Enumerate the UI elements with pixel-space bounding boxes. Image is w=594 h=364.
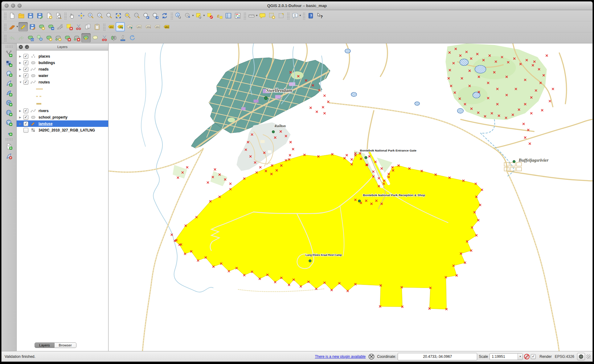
layer-row-school_property[interactable]: ▶✓school_property <box>17 114 108 120</box>
help-contents-button[interactable]: ? <box>306 11 315 20</box>
text-annotation-button[interactable]: T <box>290 11 300 20</box>
add-vector-layer-button[interactable] <box>4 49 14 58</box>
layer-row-roads[interactable]: ▶✓roads <box>17 66 108 72</box>
map-canvas[interactable]: SwellendamRailtonBontebok National Park … <box>109 43 592 351</box>
layer-visibility-checkbox[interactable]: ✓ <box>23 121 28 126</box>
map-tips-button[interactable] <box>258 11 267 20</box>
new-bookmark-button[interactable] <box>267 11 277 20</box>
cut-features-button[interactable] <box>74 22 83 31</box>
apply-labels-button[interactable]: abc <box>162 22 171 31</box>
add-ring-button[interactable] <box>44 33 54 42</box>
rotate-point-symbols-button[interactable] <box>128 33 137 42</box>
add-wcs-layer-button[interactable] <box>4 108 14 117</box>
select-by-expression-button[interactable]: ε <box>215 11 224 20</box>
resize-grip[interactable] <box>586 354 591 359</box>
add-mssql-layer-button[interactable] <box>4 88 14 98</box>
move-feature-button[interactable] <box>46 22 55 31</box>
add-feature-button[interactable] <box>37 22 46 31</box>
fill-ring-button[interactable] <box>81 33 91 42</box>
simplify-feature-button[interactable] <box>35 33 44 42</box>
labeling-button[interactable]: abc <box>106 22 116 31</box>
zoom-in-button[interactable] <box>86 11 95 20</box>
node-tool-button[interactable] <box>55 22 65 31</box>
new-print-composer-button[interactable] <box>44 11 54 20</box>
add-raster-layer-button[interactable] <box>4 59 14 68</box>
layer-visibility-checkbox[interactable]: ✓ <box>23 54 28 59</box>
layer-row-routes[interactable]: ▼✓routes <box>17 79 108 85</box>
reshape-features-button[interactable] <box>91 33 100 42</box>
zoom-last-button[interactable] <box>141 11 151 20</box>
delete-selected-button[interactable] <box>65 22 74 31</box>
delete-part-button[interactable] <box>72 33 81 42</box>
coordinate-input[interactable] <box>398 353 477 360</box>
layer-visibility-checkbox[interactable]: ✓ <box>23 108 28 113</box>
layer-expand-icon[interactable]: ▶ <box>19 109 23 112</box>
layer-visibility-checkbox[interactable]: ✓ <box>23 73 28 78</box>
zoom-out-button[interactable] <box>95 11 104 20</box>
layer-expand-icon[interactable]: ▶ <box>19 116 23 119</box>
open-attribute-table-button[interactable] <box>224 11 233 20</box>
layer-visibility-checkbox[interactable]: ✓ <box>23 67 28 72</box>
deactivate-labels-button[interactable]: abc <box>153 22 162 31</box>
panel-tab-layers[interactable]: Layers <box>35 342 55 348</box>
split-features-button[interactable] <box>100 33 109 42</box>
save-layer-edits-button[interactable] <box>28 22 37 31</box>
rotate-feature-button[interactable] <box>26 33 35 42</box>
layer-row-places[interactable]: ▶✓places <box>17 53 108 59</box>
rotate-label-button[interactable]: ab <box>125 22 134 31</box>
zoom-full-button[interactable] <box>114 11 123 20</box>
layer-expand-icon[interactable]: ▶ <box>19 61 23 64</box>
pan-map-button[interactable] <box>68 11 77 20</box>
add-wms-layer-button[interactable]: iT <box>4 98 14 107</box>
add-spatialite-layer-button[interactable] <box>4 79 14 88</box>
layer-expand-icon[interactable]: ▶ <box>19 74 23 77</box>
layer-row-buildings[interactable]: ▶✓buildings <box>17 59 108 66</box>
map-svg[interactable]: SwellendamRailtonBontebok National Park … <box>109 43 592 351</box>
layer-row-rivers[interactable]: ▶✓rivers <box>17 107 108 114</box>
zoom-native-button[interactable]: 1:1 <box>104 11 114 20</box>
layer-visibility-checkbox[interactable]: ✓ <box>23 80 28 85</box>
save-project-button[interactable] <box>26 11 35 20</box>
new-shapefile-layer-button[interactable] <box>4 142 14 151</box>
add-postgis-layer-button[interactable] <box>4 69 14 78</box>
layer-expand-icon[interactable]: ▼ <box>19 81 23 84</box>
layer-symbol-item[interactable] <box>17 85 108 93</box>
pan-to-selection-button[interactable] <box>77 11 86 20</box>
change-label-button[interactable]: abc <box>134 22 143 31</box>
current-edits-button[interactable] <box>7 22 17 31</box>
add-wfs-layer-button[interactable] <box>4 118 14 127</box>
layer-visibility-checkbox[interactable]: ✓ <box>23 115 28 120</box>
layer-symbol-item[interactable] <box>17 100 108 107</box>
whats-this-button[interactable]: ? <box>315 11 325 20</box>
composer-manager-button[interactable] <box>54 11 63 20</box>
copy-features-button[interactable] <box>83 22 92 31</box>
run-feature-action-button[interactable] <box>183 11 192 20</box>
render-checkbox[interactable]: ✓ <box>531 354 536 359</box>
add-delimited-text-layer-button[interactable]: , <box>4 128 14 137</box>
deselect-features-button[interactable] <box>205 11 215 20</box>
scale-dropdown-icon[interactable]: ▼ <box>518 354 522 360</box>
open-project-button[interactable] <box>17 11 26 20</box>
layer-symbol-item[interactable] <box>17 93 108 100</box>
identify-features-button[interactable]: i <box>174 11 183 20</box>
zoom-next-button[interactable] <box>151 11 160 20</box>
layer-row-landuse[interactable]: ▶✓landuse <box>17 120 108 127</box>
add-part-button[interactable] <box>54 33 63 42</box>
stop-render-icon[interactable] <box>524 354 530 360</box>
show-bookmarks-button[interactable] <box>277 11 286 20</box>
layer-row-3420C_2010_327_RGB_LATLNG[interactable]: 3420C_2010_327_RGB_LATLNG <box>17 127 108 133</box>
paste-features-button[interactable] <box>92 22 102 31</box>
scale-combo[interactable]: 1:19951 ▼ <box>490 353 523 360</box>
layer-expand-icon[interactable]: ▶ <box>19 55 23 58</box>
toggle-editing-button[interactable] <box>18 22 28 31</box>
refresh-map-button[interactable] <box>160 11 169 20</box>
zoom-to-layer-button[interactable] <box>132 11 141 20</box>
new-project-button[interactable] <box>7 11 17 20</box>
field-calculator-button[interactable] <box>233 11 242 20</box>
layer-visibility-checkbox[interactable]: ✓ <box>23 60 28 65</box>
merge-features-button[interactable] <box>109 33 118 42</box>
layer-expand-icon[interactable]: ▶ <box>19 122 23 125</box>
offset-curve-button[interactable] <box>118 33 128 42</box>
layer-visibility-checkbox[interactable] <box>23 128 28 133</box>
save-project-as-button[interactable] <box>35 11 44 20</box>
